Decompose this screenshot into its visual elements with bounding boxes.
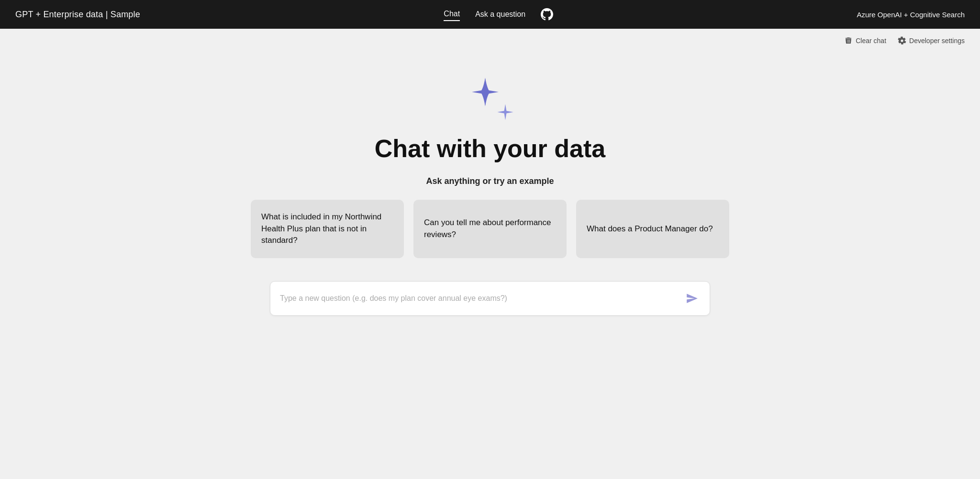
sparkle-icon-container: [466, 78, 514, 121]
header-nav: Chat Ask a question: [444, 8, 553, 21]
developer-settings-button[interactable]: Developer settings: [898, 36, 965, 45]
header-service-label: Azure OpenAI + Cognitive Search: [857, 11, 965, 19]
example-card-0[interactable]: What is included in my Northwind Health …: [251, 200, 404, 258]
example-card-1[interactable]: Can you tell me about performance review…: [413, 200, 567, 258]
clear-chat-button[interactable]: Clear chat: [844, 36, 886, 45]
send-button[interactable]: [684, 290, 700, 307]
sparkle-large-icon: [471, 78, 500, 106]
chat-input-container: [270, 281, 710, 316]
send-icon: [686, 292, 698, 305]
github-icon[interactable]: [541, 8, 553, 21]
app-header: GPT + Enterprise data | Sample Chat Ask …: [0, 0, 980, 29]
main-title: Chat with your data: [375, 134, 605, 163]
developer-settings-label: Developer settings: [909, 37, 965, 45]
gear-icon: [898, 36, 906, 45]
clear-chat-label: Clear chat: [856, 37, 886, 45]
main-content: Chat with your data Ask anything or try …: [0, 49, 980, 479]
example-card-2[interactable]: What does a Product Manager do?: [576, 200, 729, 258]
nav-chat[interactable]: Chat: [444, 8, 460, 21]
trash-icon: [844, 36, 853, 45]
nav-ask[interactable]: Ask a question: [475, 8, 525, 21]
app-title: GPT + Enterprise data | Sample: [15, 10, 140, 20]
chat-input[interactable]: [280, 294, 684, 303]
example-cards-container: What is included in my Northwind Health …: [251, 200, 729, 258]
main-subtitle: Ask anything or try an example: [426, 176, 554, 186]
toolbar: Clear chat Developer settings: [0, 29, 980, 49]
sparkle-small-icon: [497, 103, 514, 121]
